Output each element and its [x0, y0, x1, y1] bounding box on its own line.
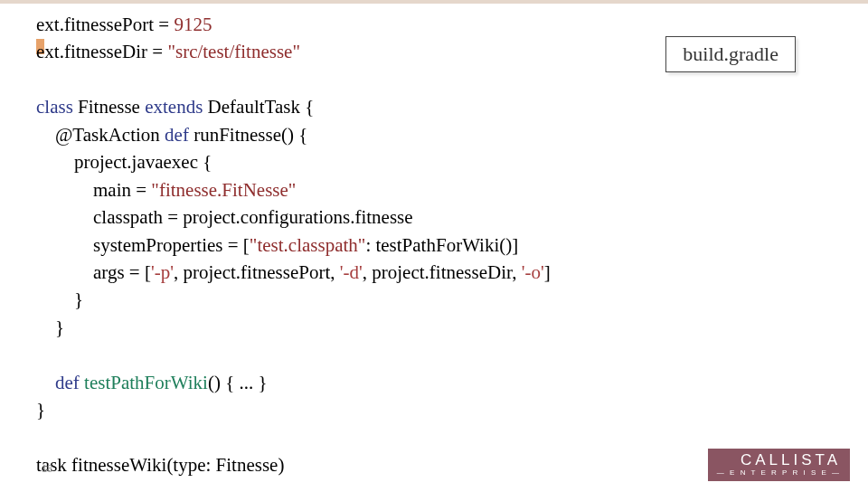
code-string: '-d'	[340, 261, 363, 283]
code-string: '-p'	[151, 261, 174, 283]
code-token: @TaskAction	[36, 124, 165, 146]
code-string: "test.classpath"	[250, 234, 366, 256]
code-token: runFitnesse() {	[189, 124, 307, 146]
code-token: classpath = project.configurations.fitne…	[36, 206, 413, 228]
code-token: }	[36, 289, 83, 310]
code-token: , project.fitnesseDir,	[363, 261, 522, 283]
code-token: main =	[36, 179, 151, 201]
code-token: }	[36, 317, 64, 338]
code-token: DefaultTask {	[203, 96, 314, 118]
code-identifier: testPathForWiki	[80, 372, 208, 393]
code-keyword: def	[36, 372, 80, 393]
code-token: , project.fitnessePort,	[174, 261, 340, 283]
code-string: '-o'	[522, 261, 544, 283]
code-token: ext.fitnessePort =	[36, 14, 174, 35]
company-logo: CALLISTA — E N T E R P R I S E —	[708, 449, 850, 481]
code-string: "fitnesse.FitNesse"	[151, 179, 296, 201]
code-listing: ext.fitnessePort = 9125 ext.fitnesseDir …	[36, 11, 832, 492]
page-number: 18	[42, 463, 52, 474]
code-keyword: def	[165, 124, 189, 146]
logo-subtext: — E N T E R P R I S E —	[717, 468, 841, 477]
code-keyword: extends	[145, 96, 203, 118]
code-token: project.javaexec {	[36, 151, 212, 173]
code-token: ]	[544, 261, 551, 283]
slide-content: build.gradle ext.fitnessePort = 9125 ext…	[0, 0, 868, 492]
code-token: : testPathForWiki()]	[365, 234, 518, 256]
logo-text: CALLISTA	[717, 451, 841, 469]
code-token: args = [	[36, 261, 151, 283]
code-string: "src/test/fitnesse"	[167, 41, 300, 62]
code-token: Fitnesse	[73, 96, 145, 118]
code-token: }	[36, 399, 45, 421]
code-token: () { ... }	[208, 372, 268, 393]
code-token: systemProperties = [	[36, 234, 250, 256]
code-token: task fitnesseWiki(type: Fitnesse)	[36, 454, 284, 476]
code-token: ext.fitnesseDir =	[36, 41, 167, 62]
code-number: 9125	[174, 14, 212, 35]
code-keyword: class	[36, 96, 73, 118]
